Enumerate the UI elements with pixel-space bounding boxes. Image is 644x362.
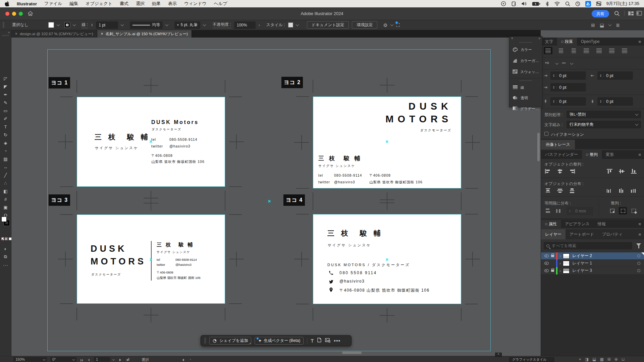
layer-name[interactable]: レイヤー 3 bbox=[572, 268, 592, 274]
panel-transparency[interactable]: 透明 bbox=[509, 93, 542, 103]
taskbar-more-icon[interactable]: ••• bbox=[334, 338, 340, 344]
expand-chevron-icon[interactable]: › bbox=[557, 261, 563, 266]
lock-icon[interactable] bbox=[551, 255, 554, 257]
align-center-button[interactable] bbox=[556, 47, 565, 54]
shape-builder-tool-icon[interactable]: ◧ bbox=[0, 187, 11, 195]
style-swatch[interactable] bbox=[288, 22, 293, 27]
style-chevron-icon[interactable] bbox=[296, 23, 299, 26]
distribute-left-button[interactable] bbox=[605, 187, 613, 194]
justify-last-center-button[interactable] bbox=[595, 47, 603, 54]
align-v-center-button[interactable] bbox=[618, 168, 626, 175]
distribute-right-button[interactable] bbox=[630, 187, 638, 194]
tab-layers[interactable]: レイヤー bbox=[541, 229, 566, 239]
layers-search-input[interactable] bbox=[552, 243, 619, 248]
spotlight-search-icon[interactable] bbox=[565, 1, 570, 6]
paintbrush-tool-icon[interactable]: ✐ bbox=[0, 115, 11, 123]
type-tool-shortcut-icon[interactable]: T bbox=[311, 338, 314, 344]
align-to-selection-button[interactable] bbox=[608, 207, 616, 215]
taskbar-drag-handle[interactable] bbox=[204, 338, 206, 344]
apple-logo-icon[interactable] bbox=[5, 1, 9, 6]
menu-window[interactable]: ウィンドウ bbox=[184, 1, 207, 7]
arrange-grid-icon[interactable]: ⊞ bbox=[591, 22, 595, 28]
label-yoko2[interactable]: ヨコ 2 bbox=[281, 77, 303, 88]
tools-more-icon[interactable]: ⋯ bbox=[0, 262, 11, 268]
horizontal-spacing-button[interactable] bbox=[554, 207, 562, 215]
input-method-icon[interactable]: あ bbox=[585, 1, 591, 7]
anchor-point[interactable] bbox=[385, 140, 388, 143]
draw-mode-icon[interactable]: ◐ bbox=[0, 245, 11, 253]
menubar-clock[interactable]: 9月7日(土) 17:35 bbox=[606, 1, 639, 7]
stroke-weight-field[interactable]: 1 pt bbox=[96, 21, 118, 29]
kinsoku-select[interactable]: 強い禁則 bbox=[567, 111, 641, 118]
mojikumi-select[interactable]: 行末約物半角 bbox=[567, 121, 641, 128]
status-expand-icon[interactable] bbox=[183, 358, 184, 362]
align-h-right-button[interactable] bbox=[568, 168, 576, 175]
prev-artboard-icon[interactable] bbox=[88, 358, 90, 362]
distribute-v-center-button[interactable] bbox=[556, 187, 564, 194]
dock-close-icon[interactable]: × bbox=[511, 37, 513, 40]
canvas-horizontal-scrollbar[interactable] bbox=[342, 352, 362, 354]
panel-menu-icon[interactable]: ≡ bbox=[638, 150, 644, 159]
distribute-bottom-button[interactable] bbox=[568, 187, 576, 194]
tab-artboards[interactable]: アートボード bbox=[566, 229, 598, 239]
tab-close-icon[interactable]: × bbox=[15, 32, 17, 36]
fill-stroke-indicator[interactable] bbox=[1, 217, 10, 227]
left-indent-field[interactable]: ▲▼0 pt bbox=[550, 71, 586, 80]
justify-all-button[interactable] bbox=[620, 47, 629, 54]
align-left-button[interactable] bbox=[544, 47, 552, 54]
type-tool-icon[interactable]: T bbox=[0, 123, 11, 131]
label-yoko3[interactable]: ヨコ 3 bbox=[49, 194, 70, 206]
bullet-list-chevron-icon[interactable] bbox=[555, 61, 559, 65]
tools-drag-handle[interactable] bbox=[2, 35, 9, 36]
panel-gradient[interactable]: グラデー… bbox=[509, 103, 542, 114]
document-setup-button[interactable]: ドキュメント設定 bbox=[307, 21, 349, 29]
tab-close-icon[interactable]: × bbox=[101, 32, 103, 36]
anchor-point[interactable] bbox=[385, 258, 388, 261]
opacity-label[interactable]: 不透明度 : bbox=[213, 22, 231, 28]
align-to-artboard-button[interactable] bbox=[630, 207, 638, 215]
tab-opentype[interactable]: OpenType bbox=[577, 38, 603, 46]
label-yoko1[interactable]: ヨコ 1 bbox=[49, 77, 70, 88]
dock-drag-handle[interactable] bbox=[520, 79, 532, 82]
target-circle-icon[interactable] bbox=[637, 254, 640, 257]
menu-type[interactable]: 書式 bbox=[120, 1, 128, 7]
stroke-color-swatch[interactable] bbox=[64, 22, 70, 28]
stroke-weight-stepper[interactable]: ▲▼ bbox=[91, 23, 93, 27]
tab-appearance[interactable]: アピアランス bbox=[561, 220, 594, 228]
layer-row-1[interactable]: › レイヤー 1 bbox=[541, 260, 644, 267]
align-right-button[interactable] bbox=[569, 47, 578, 54]
tools-expand-icon[interactable]: » bbox=[8, 31, 10, 34]
shaper-tool-icon[interactable]: ◔ bbox=[0, 147, 11, 155]
align-v-top-button[interactable] bbox=[605, 168, 613, 175]
panel-color[interactable]: カラー bbox=[509, 44, 542, 55]
gradient-tool-icon[interactable]: ▨ bbox=[0, 155, 11, 163]
anchor-point[interactable] bbox=[149, 258, 152, 261]
right-indent-field[interactable]: ▲▼0 pt bbox=[597, 71, 633, 80]
expand-chevron-icon[interactable]: › bbox=[557, 268, 563, 273]
opacity-field[interactable]: 100% bbox=[234, 21, 256, 29]
wifi-icon[interactable] bbox=[554, 1, 560, 6]
panel-menu-icon[interactable]: ≡ bbox=[638, 220, 644, 228]
anchor-point[interactable] bbox=[268, 200, 271, 203]
bluetooth-icon[interactable] bbox=[545, 1, 549, 6]
space-before-field[interactable]: ▲▼0 pt bbox=[550, 97, 586, 106]
tab-attributes[interactable]: 属性 bbox=[541, 220, 561, 228]
screen-mode-icon[interactable]: ⧉ bbox=[0, 253, 11, 261]
fill-color-chevron-icon[interactable] bbox=[56, 23, 60, 26]
color-gradient-swatch[interactable] bbox=[5, 237, 8, 240]
new-document-icon[interactable] bbox=[317, 338, 322, 344]
target-circle-icon[interactable] bbox=[637, 269, 640, 272]
expand-chevron-icon[interactable]: › bbox=[557, 254, 563, 258]
add-shape-button[interactable]: シェイプを追加 bbox=[209, 337, 251, 345]
filter-icon[interactable] bbox=[636, 243, 641, 246]
tab-transform[interactable]: 変形 bbox=[602, 150, 618, 159]
blend-tool-icon[interactable]: ∴ bbox=[0, 179, 11, 187]
menu-select[interactable]: 選択 bbox=[136, 1, 145, 7]
numbered-list-icon[interactable]: ≔ bbox=[562, 60, 566, 65]
menu-view[interactable]: 表示 bbox=[168, 1, 177, 7]
layer-thumbnail[interactable] bbox=[563, 253, 570, 259]
menu-edit[interactable]: 編集 bbox=[69, 1, 78, 7]
menu-object[interactable]: オブジェクト bbox=[86, 1, 112, 7]
menu-effect[interactable]: 効果 bbox=[152, 1, 161, 7]
align-h-center-button[interactable] bbox=[556, 168, 564, 175]
